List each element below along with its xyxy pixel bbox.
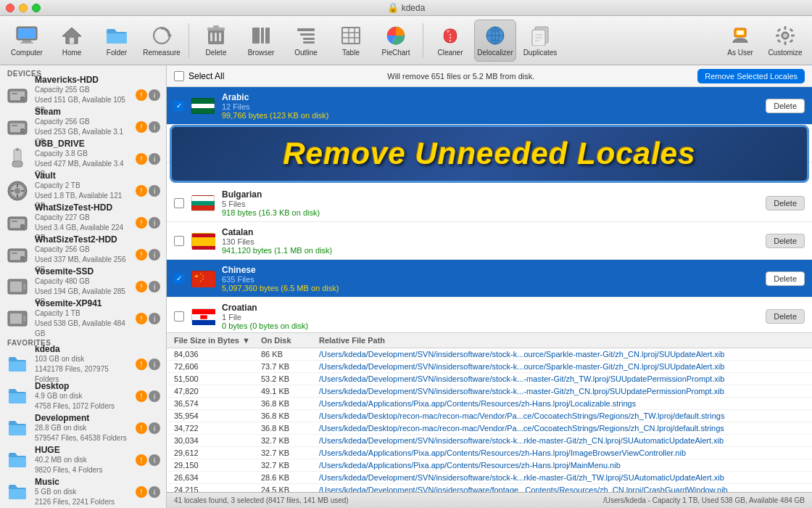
yosemite-ssd-info-btn[interactable]: i (149, 281, 160, 292)
file-row: 24,215 24.5 KB /Users/kdeda/Development/… (167, 484, 812, 492)
svg-rect-79 (12, 253, 17, 254)
maximize-button[interactable] (32, 4, 41, 12)
sidebar-item-huge[interactable]: HUGE 40.2 MB on disk9820 Files, 4 Folder… (0, 444, 166, 476)
toolbar-outline[interactable]: Outline (285, 20, 327, 62)
close-button[interactable] (6, 4, 14, 12)
music-info-btn[interactable]: i (149, 486, 160, 498)
whatsizetest2-info-btn[interactable]: i (149, 249, 160, 261)
remeasure-icon (150, 24, 173, 47)
bulgarian-delete-btn[interactable]: Delete (766, 196, 805, 210)
bulgarian-checkbox[interactable] (174, 198, 184, 208)
yosemite-xp941-alert-btn[interactable]: ! (136, 313, 147, 324)
chinese-checkbox[interactable]: ✓ (174, 274, 184, 284)
sidebar-item-yosemite-xp941[interactable]: Yosemite-XP941 Capacity 1 TBUsed 538 GB,… (0, 303, 166, 335)
vault-alert-btn[interactable]: ! (136, 185, 147, 197)
usb-icon (6, 147, 29, 171)
locale-item-catalan[interactable]: Catalan 130 Files 941,120 bytes (1.1 MB … (167, 222, 812, 260)
croatian-checkbox[interactable] (174, 311, 184, 321)
sidebar-item-development[interactable]: Development 28.8 GB on disk579547 Files,… (0, 412, 166, 444)
sidebar-item-music[interactable]: Music 5 GB on disk2126 Files, 2241 Folde… (0, 476, 166, 508)
toolbar-delocalizer[interactable]: Delocalizer (474, 20, 516, 62)
sidebar: DEVICES Mavericks-HDD Capacity 255 GBUse… (0, 65, 167, 508)
toolbar-folder[interactable]: Folder (96, 20, 138, 62)
toolbar-delete[interactable]: Delete (195, 20, 237, 62)
select-all-checkbox[interactable] (174, 71, 184, 81)
toolbar-computer[interactable]: Computer (6, 20, 48, 62)
toolbar-table-label: Table (342, 49, 360, 57)
huge-info-btn[interactable]: i (149, 454, 160, 466)
chinese-delete-btn[interactable]: Delete (766, 271, 805, 286)
kdeda-info-btn[interactable]: i (149, 359, 160, 370)
file-row: 26,634 28.6 KB /Users/kdeda/Development/… (167, 472, 812, 484)
locale-item-bulgarian[interactable]: Bulgarian 5 Files 918 bytes (16.3 KB on … (167, 184, 812, 222)
file-row: 47,820 49.1 KB /Users/kdeda/Development/… (167, 385, 812, 398)
whatsizetest2-alert-btn[interactable]: ! (136, 249, 147, 261)
toolbar-piechart[interactable]: PieChart (375, 20, 417, 62)
svg-rect-49 (790, 39, 794, 44)
svg-point-78 (22, 258, 24, 260)
toolbar-customize[interactable]: Customize (764, 20, 806, 62)
huge-actions: ! i (136, 454, 160, 466)
vault-info-btn[interactable]: i (149, 185, 160, 197)
titlebar: 🔒 kdeda (0, 0, 812, 16)
catalan-checkbox[interactable] (174, 236, 184, 246)
arabic-delete-btn[interactable]: Delete (766, 99, 805, 113)
catalan-flag (191, 233, 215, 249)
toolbar-remeasure-label: Remeasure (143, 49, 181, 57)
svg-rect-81 (10, 282, 22, 292)
steam-alert-btn[interactable]: ! (136, 121, 147, 133)
whatsizetest-info-btn[interactable]: i (149, 217, 160, 229)
remove-selected-button[interactable]: Remove Selected Locales (697, 69, 805, 83)
header-ondisk: On Disk (261, 336, 319, 345)
desktop-info: Desktop 4.9 GB on disk4758 Files, 1072 F… (35, 381, 130, 411)
window-title: 🔒 kdeda (387, 2, 426, 13)
sidebar-item-kdeda[interactable]: kdeda 103 GB on disk1142178 Files, 20797… (0, 348, 166, 380)
toolbar: Computer Home Folder Remea (0, 16, 812, 65)
mavericks-info-btn[interactable]: i (149, 89, 160, 101)
sidebar-item-desktop[interactable]: Desktop 4.9 GB on disk4758 Files, 1072 F… (0, 380, 166, 412)
kdeda-alert-btn[interactable]: ! (136, 359, 147, 370)
toolbar-browser[interactable]: Browser (240, 20, 282, 62)
usb-alert-btn[interactable]: ! (136, 153, 147, 165)
toolbar-asuser[interactable]: As User (719, 20, 761, 62)
svg-rect-1 (18, 28, 36, 38)
steam-info-btn[interactable]: i (149, 121, 160, 133)
arabic-checkbox[interactable]: ✓ (174, 101, 184, 111)
mavericks-alert-btn[interactable]: ! (136, 89, 147, 101)
desktop-info-btn[interactable]: i (149, 390, 160, 402)
kdeda-folder-icon (6, 353, 29, 376)
whatsizetest-alert-btn[interactable]: ! (136, 217, 147, 229)
yosemite-xp941-info-btn[interactable]: i (149, 313, 160, 324)
catalan-delete-btn[interactable]: Delete (766, 234, 805, 248)
svg-rect-14 (252, 28, 260, 44)
development-alert-btn[interactable]: ! (136, 422, 147, 434)
toolbar-remeasure[interactable]: Remeasure (141, 20, 183, 62)
toolbar-duplicates-label: Duplicates (523, 49, 558, 57)
toolbar-home-label: Home (62, 49, 82, 57)
svg-rect-16 (265, 28, 270, 44)
toolbar-cleaner[interactable]: Cleaner (429, 20, 471, 62)
content-area: Select All Will remove 651 files or 5.2 … (167, 65, 812, 508)
locale-item-arabic[interactable]: ✓ Arabic 12 Files 99,766 bytes (123 KB o… (167, 87, 812, 125)
svg-rect-74 (12, 221, 17, 222)
svg-rect-39 (737, 30, 744, 35)
toolbar-home[interactable]: Home (51, 20, 93, 62)
usb-info-btn[interactable]: i (149, 153, 160, 165)
toolbar-duplicates[interactable]: Duplicates (519, 20, 561, 62)
minimize-button[interactable] (19, 4, 28, 12)
music-alert-btn[interactable]: ! (136, 486, 147, 498)
development-info-btn[interactable]: i (149, 422, 160, 434)
huge-alert-btn[interactable]: ! (136, 454, 147, 466)
toolbar-browser-label: Browser (248, 49, 275, 57)
file-row: 36,574 36.8 KB /Users/kdeda/Applications… (167, 398, 812, 410)
header-size[interactable]: File Size in Bytes ▼ (174, 336, 261, 345)
vault-actions: ! i (136, 185, 160, 197)
svg-point-65 (14, 188, 20, 194)
svg-point-53 (22, 98, 24, 100)
desktop-alert-btn[interactable]: ! (136, 390, 147, 402)
locale-item-chinese[interactable]: ✓ Chinese 635 Files 5,097,360 bytes (6.5… (167, 260, 812, 298)
yosemite-ssd-alert-btn[interactable]: ! (136, 281, 147, 292)
toolbar-table[interactable]: Table (330, 20, 372, 62)
croatian-delete-btn[interactable]: Delete (766, 309, 805, 324)
locale-item-croatian[interactable]: Croatian 1 File 0 bytes (0 bytes on disk… (167, 298, 812, 332)
